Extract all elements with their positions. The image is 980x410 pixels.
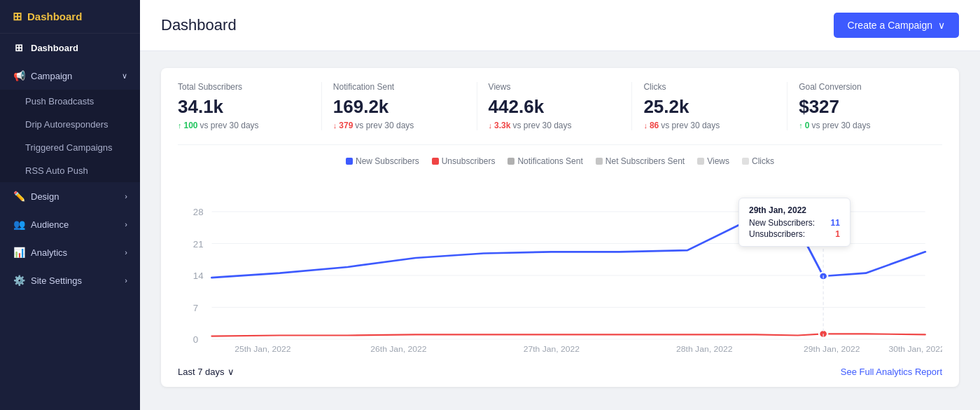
arrow-down-icon: ↓ [333, 121, 337, 130]
stat-notification-sent: Notification Sent 169.2k ↓ 379 vs prev 3… [322, 82, 477, 130]
legend-dot-blue [346, 158, 353, 165]
stat-total-subscribers: Total Subscribers 34.1k ↑ 100 vs prev 30… [178, 82, 322, 130]
stat-label: Goal Conversion [799, 82, 931, 92]
sidebar-item-campaign[interactable]: 📢 Campaign ∨ [0, 62, 140, 90]
line-chart: 0 7 14 21 28 [178, 176, 942, 358]
svg-text:14: 14 [193, 272, 204, 281]
sidebar-item-dashboard[interactable]: ⊞ Dashboard [0, 34, 140, 62]
change-text: vs prev 30 days [355, 121, 414, 130]
create-campaign-button[interactable]: Create a Campaign ∨ [834, 13, 959, 38]
change-num: 86 [650, 121, 659, 130]
chevron-down-icon: ∨ [122, 71, 127, 81]
stat-views: Views 442.6k ↓ 3.3k vs prev 30 days [477, 82, 633, 130]
svg-text:26th Jan, 2022: 26th Jan, 2022 [370, 346, 426, 353]
stat-clicks: Clicks 25.2k ↓ 86 vs prev 30 days [632, 82, 788, 130]
legend-notifications-sent: Notifications Sent [507, 156, 582, 166]
stat-change: ↓ 379 vs prev 30 days [333, 121, 465, 130]
svg-text:21: 21 [193, 240, 204, 249]
svg-text:25th Jan, 2022: 25th Jan, 2022 [234, 346, 290, 353]
change-text: vs prev 30 days [200, 121, 259, 130]
sidebar-item-label: Design [31, 191, 59, 202]
legend-new-subscribers: New Subscribers [346, 156, 419, 166]
sidebar-item-push-broadcasts[interactable]: Push Broadcasts [0, 90, 140, 113]
stat-label: Views [489, 82, 621, 92]
stat-value: 169.2k [333, 96, 465, 118]
campaign-icon: 📢 [13, 70, 25, 81]
stat-value: 25.2k [643, 96, 776, 118]
sidebar-item-label: Audience [31, 219, 69, 230]
svg-text:0: 0 [193, 336, 198, 345]
site-settings-icon: ⚙️ [13, 275, 25, 286]
audience-icon: 👥 [13, 219, 25, 230]
stats-row: Total Subscribers 34.1k ↑ 100 vs prev 30… [178, 82, 942, 145]
chart-area: New Subscribers Unsubscribers Notificati… [178, 145, 942, 387]
sidebar-item-triggered-campaigns[interactable]: Triggered Campaigns [0, 136, 140, 159]
legend-unsubscribers: Unsubscribers [432, 156, 496, 166]
see-full-analytics-link[interactable]: See Full Analytics Report [841, 367, 942, 377]
chevron-right-icon: › [125, 276, 127, 285]
stats-card: Total Subscribers 34.1k ↑ 100 vs prev 30… [161, 68, 959, 387]
change-num: 0 [805, 121, 810, 130]
triggered-campaigns-label: Triggered Campaigns [25, 142, 113, 153]
rss-auto-push-label: RSS Auto Push [25, 165, 88, 176]
stat-change: ↑ 100 vs prev 30 days [178, 121, 310, 130]
svg-text:28th Jan, 2022: 28th Jan, 2022 [676, 346, 732, 353]
legend-dot-red [432, 158, 439, 165]
sidebar-item-label: Dashboard [31, 43, 78, 53]
page-title: Dashboard [161, 16, 237, 34]
sidebar-item-label: Analytics [31, 247, 67, 258]
campaign-submenu: Push Broadcasts Drip Autoresponders Trig… [0, 90, 140, 182]
stat-label: Total Subscribers [178, 82, 310, 92]
sidebar-item-site-settings[interactable]: ⚙️ Site Settings › [0, 266, 140, 294]
push-broadcasts-label: Push Broadcasts [25, 96, 94, 107]
design-icon: ✏️ [13, 191, 25, 202]
legend-dot-gray2 [596, 158, 603, 165]
svg-text:29th Jan, 2022: 29th Jan, 2022 [804, 346, 860, 353]
arrow-up-icon: ↑ [178, 121, 182, 130]
legend-dot-gray3 [697, 158, 704, 165]
chevron-right-icon: › [125, 220, 127, 228]
legend-views: Views [697, 156, 729, 166]
change-num: 100 [184, 121, 198, 130]
change-num: 379 [339, 121, 353, 130]
stat-label: Clicks [643, 82, 776, 92]
legend-label: New Subscribers [356, 156, 419, 166]
create-campaign-label: Create a Campaign [848, 20, 932, 31]
drip-autoresponders-label: Drip Autoresponders [25, 119, 108, 130]
dashboard-content: Total Subscribers 34.1k ↑ 100 vs prev 30… [140, 51, 980, 410]
arrow-down-icon: ↓ [643, 121, 648, 130]
chevron-right-icon: › [125, 248, 127, 257]
legend-label: Notifications Sent [517, 156, 582, 166]
chevron-right-icon: › [125, 192, 127, 200]
stat-value: $327 [799, 96, 931, 118]
stat-label: Notification Sent [333, 82, 465, 92]
chart-container: 0 7 14 21 28 [178, 176, 942, 358]
page-header: Dashboard Create a Campaign ∨ [140, 0, 980, 51]
date-filter-label: Last 7 days [178, 367, 225, 377]
svg-text:30th Jan, 2022: 30th Jan, 2022 [888, 346, 942, 353]
stat-value: 34.1k [178, 96, 310, 118]
svg-text:28: 28 [193, 208, 204, 217]
sidebar-item-drip-autoresponders[interactable]: Drip Autoresponders [0, 113, 140, 136]
sidebar-item-analytics[interactable]: 📊 Analytics › [0, 238, 140, 266]
legend-dot-gray1 [507, 158, 514, 165]
stat-value: 442.6k [489, 96, 621, 118]
legend-net-subscribers: Net Subscribers Sent [596, 156, 685, 166]
chart-footer: Last 7 days ∨ See Full Analytics Report [178, 358, 942, 387]
dashboard-icon: ⊞ [13, 10, 22, 23]
dashboard-nav-icon: ⊞ [13, 42, 25, 53]
main-content: Dashboard Create a Campaign ∨ Total Subs… [140, 0, 980, 410]
sidebar-item-rss-auto-push[interactable]: RSS Auto Push [0, 159, 140, 182]
legend-label: Unsubscribers [442, 156, 496, 166]
stat-change: ↓ 86 vs prev 30 days [643, 121, 776, 130]
stat-change: ↑ 0 vs prev 30 days [799, 121, 931, 130]
change-text: vs prev 30 days [512, 121, 571, 130]
sidebar-item-audience[interactable]: 👥 Audience › [0, 210, 140, 238]
change-num: 3.3k [494, 121, 510, 130]
arrow-down-icon: ↓ [489, 121, 493, 130]
date-filter-button[interactable]: Last 7 days ∨ [178, 367, 234, 377]
stat-change: ↓ 3.3k vs prev 30 days [489, 121, 621, 130]
analytics-icon: 📊 [13, 247, 25, 258]
sidebar-item-design[interactable]: ✏️ Design › [0, 182, 140, 210]
legend-label: Views [707, 156, 729, 166]
